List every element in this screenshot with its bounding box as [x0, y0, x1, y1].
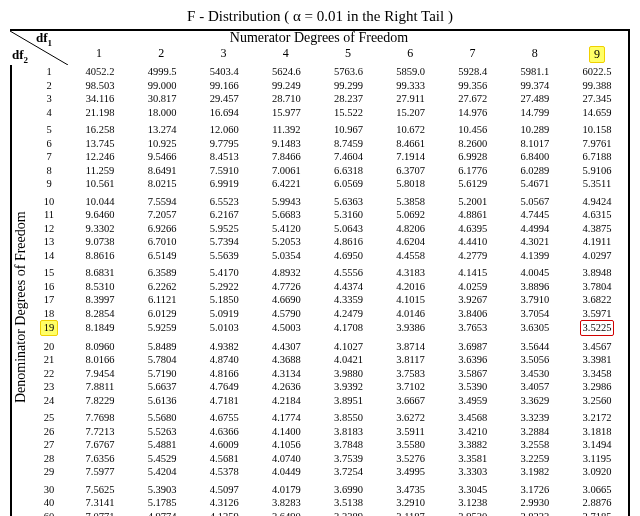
table-cell: 4.1056: [255, 438, 317, 452]
table-cell: 4.3359: [317, 293, 379, 307]
table-cell: 28.237: [317, 92, 379, 106]
table-cell: 28.710: [255, 92, 317, 106]
table-row: 811.2598.64917.59107.00616.63186.37076.1…: [29, 164, 628, 178]
table-cell: 4.2779: [442, 249, 504, 263]
table-cell: 7.5594: [131, 195, 193, 209]
table-cell: 5.0919: [193, 307, 255, 321]
table-cell: 5.2053: [255, 235, 317, 249]
table-cell: 4.7445: [504, 208, 566, 222]
table-cell: 5.0354: [255, 249, 317, 263]
table-cell: 6.0289: [504, 164, 566, 178]
table-cell: 3.1818: [566, 425, 628, 439]
table-cell: 4.5378: [193, 465, 255, 479]
table-cell: 8.6831: [69, 266, 131, 280]
table-cell: 3.2910: [380, 496, 442, 510]
table-cell: 4.8206: [380, 222, 442, 236]
table-cell: 5.7190: [131, 367, 193, 381]
table-cell: 3.2259: [504, 452, 566, 466]
table-cell: 4.9424: [566, 195, 628, 209]
col-header: 8: [504, 46, 566, 63]
table-cell: 5.0643: [317, 222, 379, 236]
table-cell: 8.5310: [69, 280, 131, 294]
table-cell: 5.2922: [193, 280, 255, 294]
table-cell: 3.2986: [566, 380, 628, 394]
table-cell: 7.5910: [193, 164, 255, 178]
table-cell: 9.6460: [69, 208, 131, 222]
table-cell: 4.4374: [317, 280, 379, 294]
table-cell: 5.1850: [193, 293, 255, 307]
row-header: 18: [29, 307, 69, 321]
table-cell: 4.0297: [566, 249, 628, 263]
table-cell: 4.3875: [566, 222, 628, 236]
table-cell: 3.4057: [504, 380, 566, 394]
table-cell: 3.4567: [566, 340, 628, 354]
table-cell: 3.8283: [255, 496, 317, 510]
table-cell: 27.345: [566, 92, 628, 106]
col-header: 7: [441, 46, 503, 63]
table-cell: 3.7583: [380, 367, 442, 381]
table-cell: 9.7795: [193, 137, 255, 151]
table-cell: 4.0740: [255, 452, 317, 466]
table-cell: 5.6683: [255, 208, 317, 222]
table-cell: 2.8233: [504, 510, 566, 517]
table-cell: 3.1982: [504, 465, 566, 479]
table-cell: 3.7539: [317, 452, 379, 466]
table-cell: 98.503: [69, 79, 131, 93]
table-cell: 4.5681: [193, 452, 255, 466]
table-cell: 3.1195: [566, 452, 628, 466]
table-cell: 8.0215: [131, 177, 193, 191]
table-cell: 9.3302: [69, 222, 131, 236]
table-cell: 4.1774: [255, 411, 317, 425]
table-row: 407.31415.17854.31263.82833.51383.29103.…: [29, 496, 628, 510]
table-cell: 4.1259: [193, 510, 255, 517]
table-cell: 7.1914: [380, 150, 442, 164]
table-cell: 3.7910: [504, 293, 566, 307]
row-header: 30: [29, 483, 69, 497]
row-header: 20: [29, 340, 69, 354]
col-header: 3: [192, 46, 254, 63]
table-cell: 8.1017: [504, 137, 566, 151]
table-cell: 6.7188: [566, 150, 628, 164]
table-cell: 99.356: [442, 79, 504, 93]
table-cell: 10.456: [442, 123, 504, 137]
table-cell: 4.1399: [504, 249, 566, 263]
table-row: 119.64607.20576.21675.66835.31605.06924.…: [29, 208, 628, 222]
table-cell: 5.6637: [131, 380, 193, 394]
table-cell: 6.4221: [255, 177, 317, 191]
table-cell: 5.5263: [131, 425, 193, 439]
col-header: 4: [255, 46, 317, 63]
corner-header: df2 df1 Numerator Degrees of Freedom 123…: [10, 29, 630, 65]
table-cell: 10.289: [504, 123, 566, 137]
table-cell: 4.4410: [442, 235, 504, 249]
table-cell: 3.1187: [380, 510, 442, 517]
table-cell: 5.9259: [131, 320, 193, 336]
table-cell: 3.8550: [317, 411, 379, 425]
table-cell: 4.1400: [255, 425, 317, 439]
table-cell: 8.2600: [442, 137, 504, 151]
col-header: 6: [379, 46, 441, 63]
table-cell: 29.457: [193, 92, 255, 106]
table-cell: 8.3997: [69, 293, 131, 307]
table-row: 287.63565.45294.56814.07403.75393.52763.…: [29, 452, 628, 466]
table-cell: 3.4959: [442, 394, 504, 408]
table-cell: 3.3629: [504, 394, 566, 408]
table-cell: 3.6822: [566, 293, 628, 307]
table-cell: 14.799: [504, 106, 566, 120]
table-cell: 9.0738: [69, 235, 131, 249]
table-cell: 6.3589: [131, 266, 193, 280]
table-cell: 10.044: [69, 195, 131, 209]
table-cell: 4.8740: [193, 353, 255, 367]
table-cell: 30.817: [131, 92, 193, 106]
table-cell: 7.8229: [69, 394, 131, 408]
row-header: 23: [29, 380, 69, 394]
table-cell: 3.1238: [442, 496, 504, 510]
table-cell: 16.694: [193, 106, 255, 120]
table-row: 129.33026.92665.95255.41205.06434.82064.…: [29, 222, 628, 236]
df2-label: df2: [12, 47, 28, 65]
table-cell: 3.8948: [566, 266, 628, 280]
table-cell: 5.4170: [193, 266, 255, 280]
table-cell: 3.6272: [380, 411, 442, 425]
table-row: 237.88115.66374.76494.26363.93923.71023.…: [29, 380, 628, 394]
table-cell: 2.7185: [566, 510, 628, 517]
table-cell: 2.9530: [442, 510, 504, 517]
